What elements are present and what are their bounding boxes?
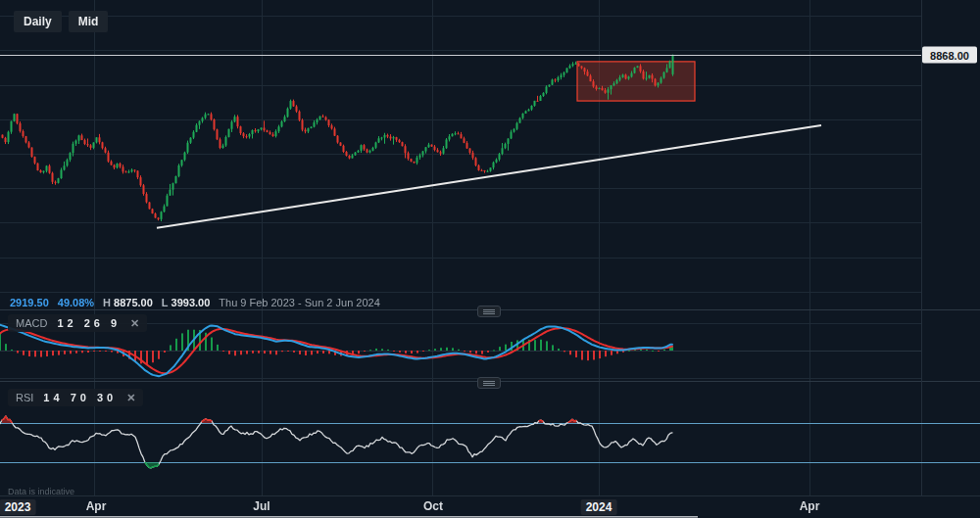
macd-indicator-label[interactable]: MACD 12 26 9 ✕ (8, 314, 147, 332)
timeframe-toolbar: Daily Mid (14, 11, 108, 32)
data-indicative-note: Data is indicative (8, 487, 74, 496)
last-price-badge: 8868.00 (922, 47, 977, 64)
rsi-name: RSI (16, 391, 33, 404)
macd-name: MACD (16, 316, 47, 330)
rsi-indicator-label[interactable]: RSI 14 70 30 ✕ (8, 389, 143, 406)
change-value: 2919.50 (10, 297, 49, 309)
period-low: L3993.00 (162, 297, 211, 309)
period-high: H8875.00 (103, 297, 153, 309)
rsi-close-icon[interactable]: ✕ (126, 391, 135, 404)
macd-pane-grip-icon[interactable] (477, 306, 501, 317)
timeframe-mid-button[interactable]: Mid (69, 11, 109, 32)
macd-params: 12 26 9 (57, 316, 121, 330)
macd-close-icon[interactable]: ✕ (130, 316, 139, 330)
date-range: Thu 9 Feb 2023 - Sun 2 Jun 2024 (219, 297, 380, 309)
trading-chart-window: { "toolbar": { "buttons": [ {"label": "D… (0, 0, 980, 518)
chart-plot-area[interactable] (0, 0, 980, 518)
timeframe-daily-button[interactable]: Daily (14, 11, 62, 32)
rsi-params: 14 70 30 (43, 391, 117, 404)
rsi-pane-grip-icon[interactable] (477, 377, 501, 389)
change-percent: 49.08% (58, 297, 94, 309)
price-status-bar: 2919.50 49.08% H8875.00 L3993.00 Thu 9 F… (10, 297, 380, 309)
